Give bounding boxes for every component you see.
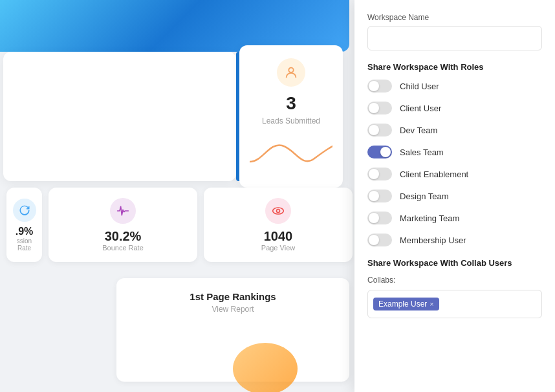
membership-user-label: Membership User bbox=[400, 235, 466, 245]
toggle-row-client-user: Client User bbox=[367, 102, 542, 114]
marketing-team-label: Marketing Team bbox=[400, 213, 459, 223]
child-user-toggle[interactable] bbox=[367, 80, 392, 93]
partial-stat-card: .9% ssion Rate bbox=[6, 188, 42, 262]
orange-decoration bbox=[233, 343, 298, 392]
partial-stat-label: ssion Rate bbox=[13, 237, 36, 252]
bounce-rate-number: 30.2% bbox=[105, 229, 142, 244]
view-report-link[interactable]: View Report bbox=[212, 305, 254, 314]
refresh-icon bbox=[19, 204, 30, 216]
toggle-row-marketing-team: Marketing Team bbox=[367, 212, 542, 224]
leads-number: 3 bbox=[286, 93, 296, 114]
stats-row: .9% ssion Rate 30.2% Bounce Rate 1040 Pa… bbox=[0, 188, 359, 262]
sales-team-label: Sales Team bbox=[400, 147, 444, 157]
collab-tag-label: Example User bbox=[378, 299, 427, 309]
share-collabs-section: Share Workspace With Collab Users Collab… bbox=[367, 258, 542, 318]
svg-point-1 bbox=[273, 208, 284, 214]
collab-tag-example-user: Example User × bbox=[373, 298, 439, 310]
share-roles-title: Share Workspace With Roles bbox=[367, 62, 542, 72]
sales-team-toggle[interactable] bbox=[367, 146, 392, 158]
partial-stat-number: .9% bbox=[16, 226, 34, 237]
person-icon bbox=[284, 65, 298, 80]
toggle-row-sales-team: Sales Team bbox=[367, 146, 542, 158]
pulse-icon-wrap bbox=[110, 198, 136, 224]
design-team-toggle[interactable] bbox=[367, 190, 392, 202]
collabs-label: Collabs: bbox=[367, 276, 542, 285]
eye-icon bbox=[272, 204, 285, 217]
dev-team-toggle[interactable] bbox=[367, 124, 392, 136]
pulse-icon bbox=[116, 204, 129, 217]
client-enablement-label: Client Enablement bbox=[400, 169, 468, 179]
leads-label: Leads Submitted bbox=[262, 116, 320, 125]
workspace-name-label: Workspace Name bbox=[367, 13, 542, 22]
collab-input-box[interactable]: Example User × bbox=[367, 290, 542, 318]
svg-point-0 bbox=[288, 68, 293, 72]
toggle-row-client-enablement: Client Enablement bbox=[367, 168, 542, 180]
rankings-title: 1st Page Rankings bbox=[190, 291, 276, 302]
design-team-label: Design Team bbox=[400, 191, 449, 201]
remove-collab-tag-button[interactable]: × bbox=[430, 300, 433, 308]
client-user-toggle[interactable] bbox=[367, 102, 392, 114]
leads-card: 3 Leads Submitted bbox=[239, 45, 343, 188]
share-roles-section: Share Workspace With Roles Child User Cl… bbox=[367, 62, 542, 246]
client-enablement-toggle[interactable] bbox=[367, 168, 392, 180]
wave-chart bbox=[250, 136, 332, 175]
main-dashboard-card bbox=[3, 52, 236, 181]
page-views-label: Page View bbox=[261, 244, 295, 252]
workspace-modal: Workspace Name Share Workspace With Role… bbox=[354, 0, 555, 392]
refresh-icon-wrap bbox=[13, 199, 36, 222]
dev-team-label: Dev Team bbox=[400, 125, 437, 135]
workspace-name-input[interactable] bbox=[367, 26, 542, 50]
top-gradient-bar bbox=[0, 0, 349, 52]
bounce-rate-card: 30.2% Bounce Rate bbox=[49, 188, 197, 262]
page-views-card: 1040 Page View bbox=[204, 188, 353, 262]
child-user-label: Child User bbox=[400, 82, 439, 91]
toggle-row-child-user: Child User bbox=[367, 80, 542, 93]
toggle-row-dev-team: Dev Team bbox=[367, 124, 542, 136]
page-views-number: 1040 bbox=[264, 229, 293, 244]
bounce-rate-label: Bounce Rate bbox=[102, 244, 144, 252]
toggle-row-design-team: Design Team bbox=[367, 190, 542, 202]
marketing-team-toggle[interactable] bbox=[367, 212, 392, 224]
share-collabs-title: Share Workspace With Collab Users bbox=[367, 258, 542, 268]
membership-user-toggle[interactable] bbox=[367, 234, 392, 246]
client-user-label: Client User bbox=[400, 103, 441, 113]
toggle-row-membership-user: Membership User bbox=[367, 234, 542, 246]
leads-icon-circle bbox=[277, 58, 305, 87]
svg-point-2 bbox=[277, 210, 280, 213]
eye-icon-wrap bbox=[265, 198, 291, 224]
dashboard-panel: 3 Leads Submitted .9% ssion Rate bbox=[0, 0, 362, 392]
workspace-name-field: Workspace Name bbox=[367, 13, 542, 50]
